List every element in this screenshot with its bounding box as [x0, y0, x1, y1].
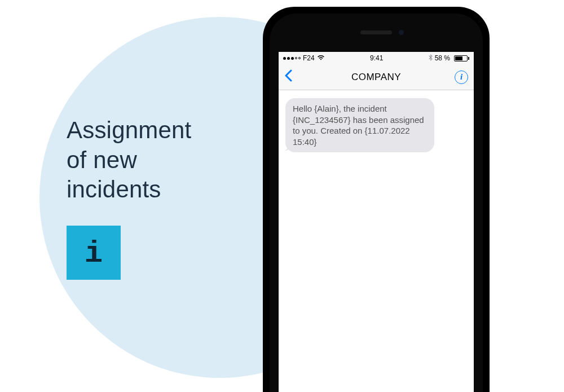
- info-icon: i: [85, 239, 103, 269]
- phone-inner-frame: F24 9:41 58 %: [270, 14, 483, 392]
- battery-percent: 58 %: [435, 54, 450, 62]
- wifi-icon: [317, 54, 325, 62]
- nav-title: COMPANY: [279, 72, 474, 83]
- phone-speaker: [360, 30, 392, 34]
- signal-icon: [283, 57, 301, 60]
- page-heading: Assignmentof newincidents: [67, 116, 191, 205]
- phone-camera: [399, 30, 404, 35]
- phone-frame: F24 9:41 58 %: [263, 7, 490, 392]
- messages-area: Hello {Alain}, the incident {INC_1234567…: [279, 90, 474, 160]
- phone-screen: F24 9:41 58 %: [279, 52, 474, 392]
- info-button[interactable]: i: [455, 71, 468, 84]
- nav-bar: COMPANY i: [279, 64, 474, 90]
- message-bubble: Hello {Alain}, the incident {INC_1234567…: [285, 98, 434, 152]
- status-time: 9:41: [370, 54, 383, 62]
- carrier-label: F24: [303, 54, 315, 62]
- status-bar: F24 9:41 58 %: [279, 52, 474, 64]
- bluetooth-icon: [429, 54, 433, 63]
- info-badge: i: [67, 226, 121, 280]
- back-button[interactable]: [284, 68, 292, 87]
- battery-icon: [452, 55, 469, 61]
- status-right: 58 %: [429, 54, 469, 63]
- message-text: Hello {Alain}, the incident {INC_1234567…: [293, 104, 424, 147]
- status-left: F24: [283, 54, 325, 62]
